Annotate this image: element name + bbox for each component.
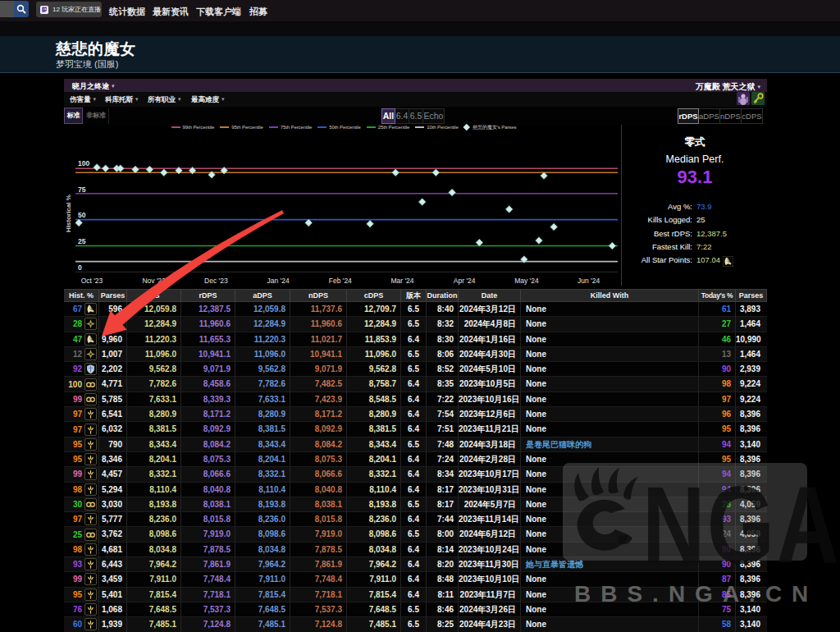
kill-date[interactable]: 2023年11月21日 — [459, 422, 521, 436]
table-row[interactable]: 985,2948,110.48,040.88,110.48,040.88,110… — [64, 483, 767, 497]
search-input[interactable] — [0, 1, 14, 17]
table-row[interactable]: 957908,343.48,084.28,343.48,084.28,343.4… — [64, 437, 767, 452]
table-row[interactable]: 936,4437,964.27,861.97,964.27,861.97,964… — [64, 557, 767, 572]
patch-version: 6.4 — [401, 422, 427, 436]
column-header-6[interactable]: cDPS — [347, 290, 401, 301]
kill-date[interactable]: 2023年10月5日 — [459, 377, 521, 391]
table-row[interactable]: 994,4578,332.18,066.68,332.18,066.68,332… — [64, 467, 767, 482]
parse-count: 596 — [99, 302, 127, 316]
nav-news[interactable]: 最新资讯 — [153, 6, 189, 18]
dps-value: 8,332.1 — [127, 467, 181, 481]
rdps-value: 8,171.2 — [181, 407, 235, 421]
kill-duration: 8:34 — [427, 467, 459, 481]
table-header-row[interactable]: Hist. %ParsesDPSrDPSaDPSnDPScDPS版本Durati… — [64, 289, 767, 302]
rdps-value: 7,124.8 — [181, 617, 235, 631]
ndps-value: 7,537.3 — [290, 602, 347, 616]
table-row[interactable]: 976,0328,381.58,092.98,381.58,092.98,381… — [64, 422, 767, 437]
kill-date[interactable]: 2024年6月12日 — [459, 527, 521, 541]
metric-tab-adps[interactable]: aDPS — [699, 108, 720, 124]
kill-date[interactable]: 2023年11月14日 — [459, 512, 521, 526]
killed-with[interactable]: 她与直暴皆遗憾 — [521, 557, 699, 571]
table-row[interactable]: 955,4017,815.47,718.17,815.47,718.17,815… — [64, 588, 767, 602]
kill-date[interactable]: 2024年2月28日 — [459, 452, 521, 466]
boss-filter-dropdown[interactable]: 科库托斯▾ — [105, 95, 139, 105]
column-header-0[interactable]: Hist. % — [64, 290, 99, 301]
kill-date[interactable]: 2023年11月7日 — [459, 588, 521, 602]
column-header-2[interactable]: DPS — [127, 290, 181, 301]
table-row[interactable]: 253,7628,098.67,919.08,098.67,919.08,098… — [64, 527, 767, 542]
toggle-standard[interactable]: 标准 — [64, 108, 83, 124]
table-row[interactable]: 1004,7717,782.68,458.67,782.67,482.58,75… — [64, 377, 767, 392]
today-percent: 13 — [699, 347, 736, 361]
column-header-10[interactable]: Killed With — [521, 290, 699, 301]
table-row[interactable]: 479,96011,220.311,655.311,220.311,021.71… — [64, 332, 767, 347]
kill-date[interactable]: 2024年3月12日 — [459, 302, 521, 316]
killed-with[interactable]: 是卷尾巴猫咪的狗 — [521, 437, 699, 451]
column-header-8[interactable]: Duration — [427, 290, 459, 301]
difficulty-filter-dropdown[interactable]: 最高难度▾ — [191, 95, 225, 105]
table-row[interactable]: 975,7778,236.08,015.88,236.08,015.88,236… — [64, 512, 767, 527]
boss-portrait-icon[interactable] — [737, 92, 750, 105]
expansion-dropdown[interactable]: 晓月之终途▾ — [72, 81, 115, 92]
metric-tab-cdps[interactable]: cDPS — [742, 108, 763, 124]
kill-date[interactable]: 2023年10月17日 — [459, 467, 521, 481]
table-row[interactable]: 958,3468,204.18,075.38,204.18,075.38,204… — [64, 452, 767, 467]
table-row[interactable]: 303,0308,193.88,038.18,193.88,038.18,193… — [64, 497, 767, 512]
parse-count: 5,777 — [99, 512, 127, 526]
kill-date[interactable]: 2024年4月8日 — [459, 317, 521, 331]
column-header-7[interactable]: 版本 — [401, 290, 427, 301]
kill-date[interactable]: 2023年10月10日 — [459, 572, 521, 586]
table-row[interactable]: 984,6818,034.87,878.58,034.87,878.58,034… — [64, 543, 767, 557]
patch-version: 6.5 — [401, 317, 427, 331]
nav-statistics[interactable]: 统计数据 — [109, 6, 145, 18]
stat-label: Avg %: — [668, 202, 692, 211]
kill-date[interactable]: 2024年3月18日 — [459, 437, 521, 451]
kill-date[interactable]: 2024年5月10日 — [459, 362, 521, 376]
ndps-value: 7,718.1 — [290, 588, 347, 602]
kill-date[interactable]: 2024年4月30日 — [459, 347, 521, 361]
kill-date[interactable]: 2024年5月7日 — [459, 497, 521, 511]
column-header-4[interactable]: aDPS — [235, 290, 290, 301]
adps-value: 8,193.8 — [235, 497, 290, 511]
hist-percent: 97 — [73, 407, 82, 421]
kill-date[interactable]: 2023年10月24日 — [459, 543, 521, 556]
hist-percent: 28 — [73, 317, 82, 331]
kill-date[interactable]: 2024年1月16日 — [459, 332, 521, 346]
table-row[interactable]: 6759612,059.812,387.512,059.811,737.612,… — [64, 302, 767, 317]
today-percent: 85 — [699, 588, 736, 602]
nav-recruit[interactable]: 招募 — [249, 6, 267, 18]
table-row[interactable]: 993,4597,911.07,748.47,911.07,748.47,911… — [64, 572, 767, 587]
table-row[interactable]: 922,2029,562.89,071.99,562.89,071.99,562… — [64, 362, 767, 377]
column-header-11[interactable]: Today's % — [699, 290, 736, 301]
metric-filter-dropdown[interactable]: 伤害量▾ — [70, 95, 96, 105]
nav-download-client[interactable]: 下载客户端 — [196, 6, 241, 18]
kill-date[interactable]: 2023年12月6日 — [459, 407, 521, 421]
table-row[interactable]: 121,00711,096.010,941.111,096.010,941.11… — [64, 347, 767, 362]
kill-date[interactable]: 2023年10月31日 — [459, 483, 521, 497]
zone-dropdown[interactable]: 万魔殿 荒天之狱▾ — [696, 81, 760, 93]
job-filter-dropdown[interactable]: 所有职业▾ — [148, 95, 181, 105]
column-header-9[interactable]: Date — [459, 290, 521, 301]
metric-tab-ndps[interactable]: nDPS — [720, 108, 742, 124]
table-row[interactable]: 601,9397,485.17,124.87,485.17,124.87,485… — [64, 617, 767, 632]
historical-percent-chart[interactable]: 1007550250Historical %Oct '23Nov '23Dec … — [64, 134, 621, 290]
table-row[interactable]: 995,7857,633.18,339.37,633.17,423.98,548… — [64, 392, 767, 407]
kill-date[interactable]: 2024年3月26日 — [459, 602, 521, 616]
table-row[interactable]: 976,5418,280.98,171.28,280.98,171.28,280… — [64, 407, 767, 422]
search-button[interactable] — [14, 1, 29, 17]
twitch-live-badge[interactable]: 12 玩家正在直播 — [36, 2, 102, 17]
table-row[interactable]: 2812,284.911,960.612,284.911,960.612,284… — [64, 317, 767, 332]
key-icon[interactable] — [751, 92, 765, 105]
column-header-12[interactable]: Parses — [736, 290, 767, 301]
column-header-1[interactable]: Parses — [99, 290, 127, 301]
table-row[interactable]: 761,0687,648.57,537.37,648.57,537.37,648… — [64, 602, 767, 617]
kill-date[interactable]: 2023年11月30日 — [459, 557, 521, 571]
column-header-3[interactable]: rDPS — [181, 290, 235, 301]
column-header-5[interactable]: nDPS — [290, 290, 347, 301]
metric-tab-rdps[interactable]: rDPS — [678, 108, 699, 124]
toggle-nonstandard[interactable]: 非标准 — [84, 108, 109, 124]
total-parses: 8,396 — [736, 543, 767, 556]
kill-date[interactable]: 2024年4月23日 — [459, 617, 521, 631]
rdps-value: 8,075.3 — [181, 452, 235, 466]
kill-date[interactable]: 2023年10月16日 — [459, 392, 521, 406]
